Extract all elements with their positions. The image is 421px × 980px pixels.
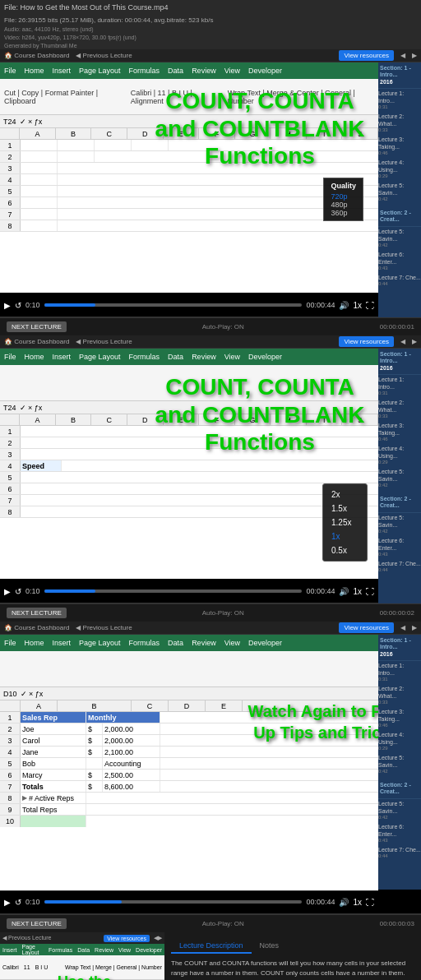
video-panel-2: File Home Insert Page Layout Formulas Da… — [0, 349, 421, 603]
view-resources-btn-2[interactable]: View resources — [339, 336, 394, 347]
sidebar-lecture-4[interactable]: Lecture 4: Using... 0:29 — [378, 158, 421, 181]
play-btn-2[interactable]: ▶ — [4, 587, 11, 596]
sidebar-lecture-1[interactable]: Lecture 1: Intro... 0:31 — [378, 89, 421, 112]
sidebar-lecture-3-5[interactable]: Lecture 5: Savin... 0:42 — [378, 753, 421, 776]
excel-mockup-3: File Home Insert Page Layout Formulas Da… — [0, 635, 378, 891]
lecture-panel: ◀ Previous Lecture View resources ◀▶ Ins… — [0, 932, 421, 980]
speed-btn-1[interactable]: 1x — [353, 301, 362, 310]
prev-lecture-btn-3[interactable]: ◀ Previous Lecture — [76, 624, 132, 631]
nav-left-btn-3[interactable]: ◀ — [400, 624, 405, 631]
progress-bar-1[interactable] — [44, 303, 303, 307]
excel-toolbar-1: Cut | Copy | Format Painter | Clipboard … — [0, 79, 378, 115]
excel-ribbon-1: File Home Insert Page Layout Formulas Da… — [0, 62, 378, 79]
sidebar-lecture-3-s2-1[interactable]: Lecture 5: Savin... 0:42 — [378, 799, 421, 822]
play-btn-1[interactable]: ▶ — [4, 301, 11, 310]
mini-view-resources-btn[interactable]: View resources — [104, 935, 150, 942]
progress-inner-3 — [44, 900, 122, 904]
excel-mockup-1: File Home Insert Page Layout Formulas Da… — [0, 62, 378, 293]
volume-btn-2[interactable]: 🔊 — [339, 587, 349, 596]
time-duration-1: 00:00:44 — [306, 301, 335, 309]
sidebar-lecture-3-2[interactable]: Lecture 2: What... 0:33 — [378, 684, 421, 707]
panel3-top-bar: 🏠 Course Dashboard ◀ Previous Lecture Vi… — [0, 622, 421, 635]
notes-tab[interactable]: Notes — [252, 939, 288, 954]
excel-ribbon-3: File Home Insert Page Layout Formulas Da… — [0, 635, 378, 651]
speed-popup-2[interactable]: 2x 1.5x 1.25x 1x 0.5x — [322, 483, 368, 562]
nav-right-btn-3[interactable]: ▶ — [412, 624, 417, 631]
fullscreen-btn-3[interactable]: ⛶ — [366, 898, 374, 907]
view-resources-btn-3[interactable]: View resources — [339, 622, 394, 633]
volume-btn-1[interactable]: 🔊 — [339, 301, 349, 310]
nav-right-btn-1[interactable]: ▶ — [412, 52, 417, 59]
sidebar-lecture-2-5[interactable]: Lecture 5: Savin... 0:42 — [378, 467, 421, 490]
progress-bar-2[interactable] — [44, 589, 303, 593]
file-info-text: File: How to Get the Most Out of This Co… — [4, 3, 168, 12]
auto-play-label-2: Auto-Play: ON — [202, 609, 244, 617]
nav-left-btn-1[interactable]: ◀ — [400, 52, 405, 59]
nav-right-btn-2[interactable]: ▶ — [412, 338, 417, 345]
course-dashboard-btn[interactable]: 🏠 Watch Again to PickCourse Dashboard — [4, 52, 69, 59]
quality-popup-1[interactable]: Quality 720p 480p 360p — [323, 178, 363, 221]
sidebar-lecture-s2-3[interactable]: Lecture 7: Che... 0:44 — [378, 273, 421, 289]
sidebar-lecture-3-s2-2[interactable]: Lecture 6: Enter... 0:43 — [378, 822, 421, 845]
sidebar-lecture-s2-1[interactable]: Lecture 5: Savin... 0:42 — [378, 227, 421, 250]
progress-bar-3[interactable] — [44, 900, 303, 904]
course-dashboard-btn-3[interactable]: 🏠 Course Dashboard — [4, 624, 69, 631]
sidebar-lecture-s2-2[interactable]: Lecture 6: Enter... 0:43 — [378, 250, 421, 273]
next-lecture-btn-3[interactable]: NEXT LECTURE — [7, 918, 67, 929]
volume-btn-3[interactable]: 🔊 — [339, 898, 349, 907]
next-lecture-btn-1[interactable]: NEXT LECTURE — [7, 321, 67, 332]
next-lecture-btn-2[interactable]: NEXT LECTURE — [7, 608, 67, 618]
sidebar-lecture-3-4[interactable]: Lecture 4: Using... 0:29 — [378, 730, 421, 753]
excel-data-row-9: 9 Total Reps — [0, 804, 378, 816]
speed-btn-3[interactable]: 1x — [353, 898, 362, 907]
sidebar-lecture-3-3[interactable]: Lecture 3: Taking... 0:46 — [378, 707, 421, 730]
excel-rows-2: 1 2 3 4 Speed 5 6 7 8 — [0, 426, 378, 518]
excel-formula-bar-1: T24 ✓ × ƒx — [0, 115, 378, 128]
rewind-btn-3[interactable]: ↺ — [15, 898, 21, 907]
cg-ku-watermark: www.cg-ku.com — [176, 543, 244, 553]
excel-formula-bar-3: D10 ✓ × ƒx — [0, 687, 378, 700]
sidebar-lecture-2-1[interactable]: Lecture 1: Intro... 0:31 — [378, 375, 421, 398]
time-duration-2: 00:00:44 — [306, 587, 335, 595]
file-generated-bar: Generated by Thumbnail Me — [0, 41, 421, 49]
sidebar-lecture-3-1[interactable]: Lecture 1: Intro... 0:31 — [378, 661, 421, 684]
lecture-tabs: Lecture Description Notes — [171, 939, 414, 954]
right-sidebar-1: Section: 1 - Intro... 2016 Lecture 1: In… — [378, 62, 421, 317]
view-resources-btn-1[interactable]: View resources — [339, 50, 394, 61]
excel-toolbar-2 — [0, 365, 378, 401]
rewind-btn-1[interactable]: ↺ — [15, 301, 21, 310]
sidebar-lecture-2-s2-1[interactable]: Lecture 5: Savin... 0:42 — [378, 513, 421, 536]
auto-play-label-1: Auto-Play: ON — [202, 323, 244, 331]
speed-1-5x[interactable]: 1.5x — [323, 502, 367, 515]
speed-btn-2[interactable]: 1x — [353, 587, 362, 596]
excel-col-headers-2: A B C D E F G H I J — [0, 414, 378, 426]
video-controls-2: ▶ ↺ 0:10 00:00:44 🔊 1x ⛶ — [0, 580, 378, 603]
nav-left-btn-2[interactable]: ◀ — [400, 338, 405, 345]
progress-inner-2 — [44, 589, 96, 593]
sidebar-lecture-2-4[interactable]: Lecture 4: Using... 0:29 — [378, 444, 421, 467]
prev-lecture-btn-1[interactable]: ◀ Previous Lecture — [76, 52, 132, 59]
speed-2x[interactable]: 2x — [323, 488, 367, 502]
sidebar-lecture-5[interactable]: Lecture 5: Savin... 0:42 — [378, 181, 421, 204]
lecture-video-area: ◀ Previous Lecture View resources ◀▶ Ins… — [0, 932, 164, 980]
sidebar-lecture-2-3[interactable]: Lecture 3: Taking... 0:46 — [378, 421, 421, 444]
sidebar-lecture-2[interactable]: Lecture 2: What... 0:33 — [378, 112, 421, 135]
fullscreen-btn-1[interactable]: ⛶ — [366, 301, 374, 310]
excel-rows-1: 1 2 3 4 5 6 7 8 — [0, 140, 378, 232]
course-dashboard-btn-2[interactable]: 🏠 Course Dashboard — [4, 338, 69, 345]
lecture-description-area: Lecture Description Notes The COUNT and … — [164, 932, 421, 980]
speed-0-5x[interactable]: 0.5x — [323, 543, 367, 557]
rewind-btn-2[interactable]: ↺ — [15, 587, 21, 596]
time-duration-3: 00:00:44 — [306, 898, 335, 906]
speed-1x[interactable]: 1x — [323, 529, 367, 543]
sidebar-lecture-3-s2-3[interactable]: Lecture 7: Che... 0:44 — [378, 845, 421, 861]
speed-1-25x[interactable]: 1.25x — [323, 515, 367, 529]
lecture-desc-tab[interactable]: Lecture Description — [171, 939, 252, 954]
sidebar-lecture-2-s2-2[interactable]: Lecture 6: Enter... 0:43 — [378, 536, 421, 559]
play-btn-3[interactable]: ▶ — [4, 898, 11, 907]
sidebar-lecture-2-s2-3[interactable]: Lecture 7: Che... 0:44 — [378, 559, 421, 575]
sidebar-lecture-3[interactable]: Lecture 3: Taking... 0:46 — [378, 135, 421, 158]
sidebar-lecture-2-2[interactable]: Lecture 2: What... 0:33 — [378, 398, 421, 421]
fullscreen-btn-2[interactable]: ⛶ — [366, 587, 374, 596]
prev-lecture-btn-2[interactable]: ◀ Previous Lecture — [76, 338, 132, 345]
